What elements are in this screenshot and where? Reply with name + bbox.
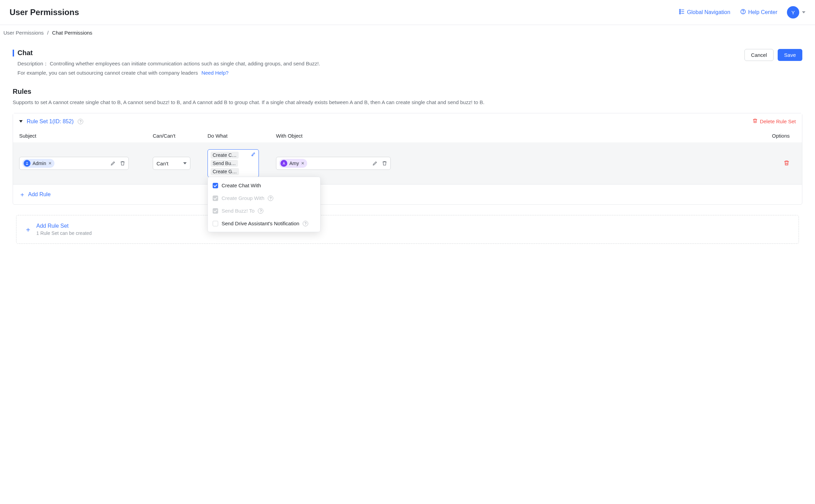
breadcrumb-separator: / [47, 30, 49, 36]
col-can-label: Can/Can't [153, 133, 208, 139]
cancel-button[interactable]: Cancel [744, 49, 774, 61]
collapse-toggle-icon[interactable] [19, 120, 23, 123]
global-navigation-link[interactable]: Global Navigation [679, 9, 730, 16]
delete-subject-icon[interactable] [120, 160, 126, 166]
add-rule-label: Add Rule [28, 191, 51, 198]
chat-title: Chat [17, 49, 741, 57]
dowhat-cell: Create C… Send Bu… Create G… Create Chat… [208, 149, 276, 177]
chat-desc-label: Description： [17, 61, 48, 66]
rule-row: Admin ✕ [13, 142, 802, 184]
edit-subject-icon[interactable] [110, 160, 116, 166]
trash-icon [752, 118, 758, 125]
breadcrumb-root[interactable]: User Permissions [3, 30, 44, 36]
dropdown-option-label: Create Group With [222, 195, 264, 201]
chat-desc-line1: Controlling whether employees can initia… [50, 61, 320, 66]
chevron-down-icon [802, 11, 805, 13]
col-with-label: With Object [276, 133, 413, 139]
edit-with-icon[interactable] [372, 160, 378, 166]
remove-with-icon[interactable]: ✕ [301, 161, 304, 166]
with-input[interactable]: A Amy ✕ [276, 157, 391, 170]
col-dowhat-label: Do What [208, 133, 276, 139]
dropdown-option-label: Send Buzz! To [222, 208, 254, 214]
delete-ruleset-label: Delete Rule Set [760, 118, 796, 124]
section-accent-bar [13, 50, 14, 56]
with-tag: A Amy ✕ [279, 159, 307, 168]
breadcrumb: User Permissions / Chat Permissions [0, 25, 815, 42]
dropdown-option-send-buzz[interactable]: Send Buzz! To ? [208, 204, 320, 217]
delete-rule-button[interactable] [783, 162, 790, 167]
help-center-label: Help Center [748, 9, 777, 15]
col-subject-label: Subject [19, 133, 153, 139]
options-cell [413, 160, 796, 167]
chat-actions: Cancel Save [744, 49, 802, 61]
remove-subject-icon[interactable]: ✕ [48, 161, 52, 166]
topbar: User Permissions Global Navigation Help … [0, 0, 815, 25]
chevron-down-icon [183, 162, 187, 164]
can-value: Can't [156, 161, 168, 166]
checkbox-checked-icon [213, 183, 218, 188]
svg-point-7 [743, 13, 743, 13]
dropdown-option-send-drive[interactable]: Send Drive Assistant's Notification ? [208, 217, 320, 230]
checkbox-empty-icon [213, 221, 218, 226]
rules-block: Rules Supports to set A cannot create si… [13, 88, 802, 244]
svg-point-8 [27, 162, 28, 163]
add-rule-row: ＋ Add Rule [13, 184, 802, 204]
need-help-link[interactable]: Need Help? [201, 70, 228, 76]
dropdown-option-create-group[interactable]: Create Group With ? [208, 192, 320, 204]
help-icon[interactable]: ? [268, 196, 273, 201]
ruleset-name[interactable]: Rule Set 1(ID: 852) [27, 118, 74, 125]
subject-tag: Admin ✕ [22, 159, 54, 168]
dowhat-chip: Create C… [211, 152, 239, 159]
add-rule-button[interactable]: ＋ Add Rule [19, 191, 796, 198]
user-menu[interactable]: Y [787, 6, 805, 18]
can-select[interactable]: Can't [153, 157, 190, 170]
help-icon [740, 9, 746, 16]
add-ruleset-box[interactable]: ＋ Add Rule Set 1 Rule Set can be created [16, 215, 799, 244]
topbar-right: Global Navigation Help Center Y [679, 6, 805, 18]
main-card: Chat Description： Controlling whether em… [3, 42, 812, 254]
dropdown-option-label: Send Drive Assistant's Notification [222, 220, 299, 226]
dropdown-option-create-chat[interactable]: Create Chat With [208, 179, 320, 192]
chat-description: Description： Controlling whether employe… [17, 59, 741, 77]
dropdown-option-label: Create Chat With [222, 182, 261, 188]
rules-title: Rules [13, 88, 802, 96]
checkbox-disabled-icon [213, 196, 218, 201]
svg-rect-2 [680, 13, 681, 14]
avatar-icon: A [280, 160, 287, 167]
ruleset-help-icon[interactable]: ? [78, 119, 83, 124]
plus-icon: ＋ [25, 226, 32, 233]
svg-rect-0 [680, 9, 681, 10]
help-icon[interactable]: ? [258, 208, 263, 214]
delete-with-icon[interactable] [381, 160, 388, 166]
checkbox-disabled-icon [213, 208, 218, 214]
chat-section-header: Chat Description： Controlling whether em… [13, 49, 802, 77]
global-navigation-label: Global Navigation [687, 9, 730, 15]
ruleset-header: Rule Set 1(ID: 852) ? Delete Rule Set [13, 113, 802, 129]
subject-cell: Admin ✕ [19, 157, 153, 170]
add-ruleset-label: Add Rule Set [36, 223, 92, 229]
dowhat-dropdown: Create Chat With Create Group With ? Sen… [208, 177, 321, 232]
grid-icon [679, 9, 685, 16]
subject-input[interactable]: Admin ✕ [19, 157, 129, 170]
dowhat-chip: Send Bu… [211, 160, 238, 167]
help-center-link[interactable]: Help Center [740, 9, 777, 16]
delete-ruleset-button[interactable]: Delete Rule Set [752, 118, 796, 125]
save-button[interactable]: Save [778, 49, 802, 61]
add-ruleset-sub: 1 Rule Set can be created [36, 230, 92, 236]
can-cell: Can't [153, 157, 208, 170]
dowhat-chip: Create G… [211, 168, 239, 175]
subject-tag-label: Admin [33, 161, 46, 166]
person-icon [24, 160, 30, 167]
avatar: Y [787, 6, 799, 18]
with-tag-label: Amy [289, 161, 299, 166]
dowhat-multiselect[interactable]: Create C… Send Bu… Create G… [208, 149, 259, 177]
ruleset-columns: Subject Can/Can't Do What With Object Op… [13, 129, 802, 142]
ruleset: Rule Set 1(ID: 852) ? Delete Rule Set Su… [13, 113, 802, 205]
breadcrumb-current: Chat Permissions [52, 30, 92, 36]
svg-rect-1 [680, 11, 681, 12]
page-title: User Permissions [10, 8, 79, 17]
plus-icon: ＋ [19, 191, 25, 198]
with-cell: A Amy ✕ [276, 157, 413, 170]
edit-dowhat-icon[interactable] [251, 152, 256, 158]
help-icon[interactable]: ? [303, 221, 308, 226]
